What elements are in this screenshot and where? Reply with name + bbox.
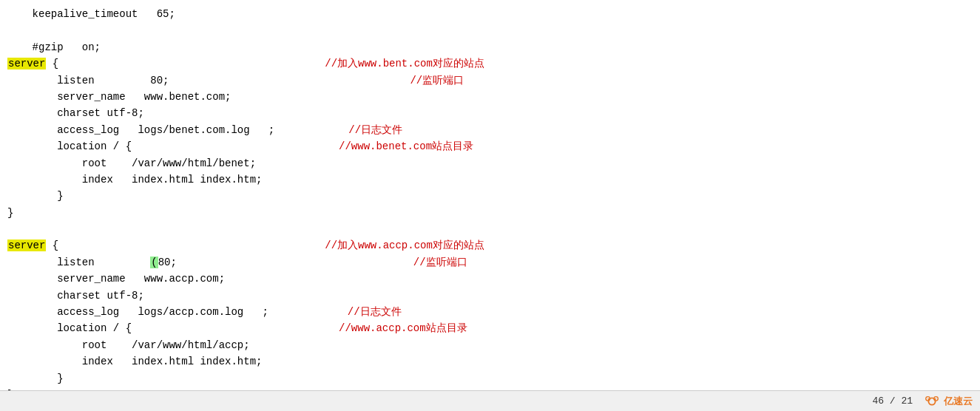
servername1-text: server_name www.benet.com; xyxy=(7,89,231,105)
code-line-index2: index index.html index.htm; xyxy=(0,353,980,370)
root2-text: root /var/www/html/accp; xyxy=(7,337,250,353)
code-line-charset2: charset utf-8; xyxy=(0,288,980,304)
code-line-gzip: #gzip on; xyxy=(0,39,980,55)
comment-listen2: //监听端口 xyxy=(413,254,467,271)
comment-accesslog2: //日志文件 xyxy=(348,304,402,320)
code-container: keepalive_timeout 65; #gzip on; server {… xyxy=(0,0,980,409)
listen2-highlight: ( xyxy=(150,257,158,268)
code-line-closeserver1: } xyxy=(0,205,980,221)
yisuyun-logo-icon xyxy=(924,393,940,410)
code-line-location2: location / { //www.accp.com站点目录 xyxy=(0,320,980,336)
charset2-text: charset utf-8; xyxy=(7,288,144,304)
listen2-text: listen (80; xyxy=(7,254,177,271)
closeloc1-text: } xyxy=(7,188,64,204)
server2-highlight: server xyxy=(7,240,46,251)
code-line-blank2 xyxy=(0,221,980,237)
logo-text: 亿速云 xyxy=(944,395,973,408)
accesslog1-text: access_log logs/benet.com.log ; xyxy=(7,122,274,138)
location1-text: location / { xyxy=(7,138,132,154)
code-line-blank1 xyxy=(0,22,980,38)
code-line-location1: location / { //www.benet.com站点目录 xyxy=(0,138,980,154)
server1-highlight: server xyxy=(7,58,46,69)
gzip-text: #gzip on; xyxy=(7,39,101,55)
code-line-accesslog1: access_log logs/benet.com.log ; //日志文件 xyxy=(0,122,980,138)
servername2-text: server_name www.accp.com; xyxy=(7,271,225,287)
code-line-index1: index index.html index.htm; xyxy=(0,171,980,188)
code-line-listen2: listen (80; //监听端口 xyxy=(0,254,980,271)
server2-text: server { xyxy=(7,237,58,254)
closeloc2-text: } xyxy=(7,370,64,387)
comment-accesslog1: //日志文件 xyxy=(348,122,402,138)
comment-accp-site: //加入www.accp.com对应的站点 xyxy=(325,237,484,254)
location2-text: location / { xyxy=(7,320,132,336)
closeserver1-text: } xyxy=(7,205,13,221)
server1-text: server { xyxy=(7,55,58,72)
comment-location1: //www.benet.com站点目录 xyxy=(339,138,473,154)
code-line-closeloc2: } xyxy=(0,370,980,387)
code-line-listen1: listen 80; //监听端口 xyxy=(0,72,980,89)
code-line-keepalive: keepalive_timeout 65; xyxy=(0,6,980,22)
index2-text: index index.html index.htm; xyxy=(7,353,262,370)
root1-text: root /var/www/html/benet; xyxy=(7,155,256,171)
comment-location2: //www.accp.com站点目录 xyxy=(339,320,467,336)
code-line-accesslog2: access_log logs/accp.com.log ; //日志文件 xyxy=(0,304,980,320)
code-line-servername2: server_name www.accp.com; xyxy=(0,271,980,287)
code-line-server1: server { //加入www.bent.com对应的站点 xyxy=(0,55,980,72)
accesslog2-text: access_log logs/accp.com.log ; xyxy=(7,304,268,320)
code-line-root2: root /var/www/html/accp; xyxy=(0,337,980,353)
bottom-bar: 46 / 21 亿速云 xyxy=(0,390,980,411)
code-line-closeloc1: } xyxy=(0,188,980,204)
keepalive-text: keepalive_timeout 65; xyxy=(7,6,175,22)
code-line-servername1: server_name www.benet.com; xyxy=(0,89,980,105)
listen1-text: listen 80; xyxy=(7,72,169,89)
code-line-root1: root /var/www/html/benet; xyxy=(0,155,980,171)
page-info: 46 / 21 xyxy=(872,395,913,407)
code-line-server2: server { //加入www.accp.com对应的站点 xyxy=(0,237,980,254)
index1-text: index index.html index.htm; xyxy=(7,171,262,188)
comment-listen1: //监听端口 xyxy=(410,72,464,89)
charset1-text: charset utf-8; xyxy=(7,105,144,121)
code-line-charset1: charset utf-8; xyxy=(0,105,980,121)
comment-benet-site: //加入www.bent.com对应的站点 xyxy=(325,55,484,72)
logo-area: 亿速云 xyxy=(924,393,973,410)
